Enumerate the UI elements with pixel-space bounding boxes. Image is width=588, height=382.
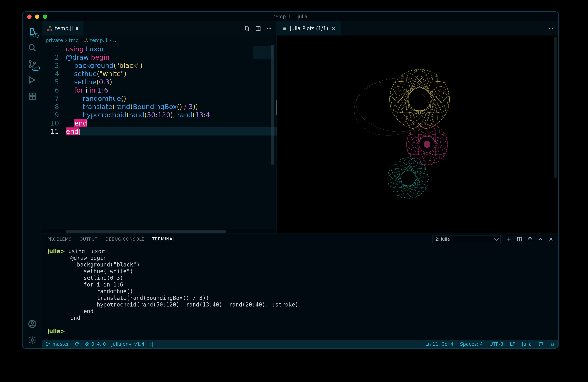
svg-point-48: [424, 141, 430, 148]
account-icon[interactable]: [22, 316, 42, 332]
svg-point-62: [46, 345, 47, 346]
tab-label: temp.jl: [55, 25, 73, 31]
source-control-icon[interactable]: 24: [22, 56, 42, 72]
more-actions-icon[interactable]: [266, 26, 272, 31]
compare-changes-icon[interactable]: [244, 25, 250, 31]
run-debug-icon[interactable]: [22, 72, 42, 88]
code-editor-pane: private › tmp › temp.jl › ... 1234567891…: [42, 36, 277, 234]
breadcrumb-seg[interactable]: temp.jl: [90, 37, 107, 43]
close-panel-icon[interactable]: [549, 237, 553, 242]
feedback-icon[interactable]: [538, 342, 544, 347]
settings-gear-icon[interactable]: [22, 332, 42, 348]
close-window-button[interactable]: [27, 15, 32, 19]
breadcrumbs[interactable]: private › tmp › temp.jl › ...: [42, 36, 276, 45]
tabs-empty-area-right[interactable]: [341, 21, 544, 36]
svg-point-11: [31, 339, 34, 341]
breadcrumb-seg[interactable]: tmp: [69, 37, 79, 43]
plots-tab[interactable]: Julia Plots (1/1): [277, 21, 341, 36]
selection-status[interactable]: :|: [150, 341, 153, 347]
scm-badge: 24: [32, 66, 40, 71]
panel-tab-terminal[interactable]: TERMINAL: [152, 234, 175, 244]
git-branch-status[interactable]: master: [46, 341, 69, 347]
status-bar: master 0 0 Julia env: v1.4 :| Ln 11, Col…: [42, 340, 558, 348]
panel-tab-problems[interactable]: PROBLEMS: [47, 234, 72, 244]
eol-status[interactable]: LF: [510, 341, 515, 347]
maximize-window-button[interactable]: [43, 15, 47, 19]
split-terminal-icon[interactable]: [517, 237, 522, 242]
julia-file-icon: [47, 26, 52, 31]
activity-bar: 1 24: [22, 21, 42, 348]
svg-point-0: [29, 45, 34, 50]
svg-point-13: [248, 29, 249, 30]
editor-tab-temp-jl[interactable]: temp.jl: [42, 21, 84, 36]
sync-status[interactable]: [74, 342, 80, 347]
svg-rect-5: [29, 93, 32, 96]
julia-env-status[interactable]: Julia env: v1.4: [111, 341, 145, 347]
terminal-selector[interactable]: 2: julia: [432, 235, 501, 243]
line-number-gutter: 1234567891011: [42, 45, 66, 229]
breadcrumb-sep: ›: [109, 37, 111, 43]
search-icon[interactable]: [22, 40, 42, 56]
branch-name: master: [52, 341, 69, 347]
minimap[interactable]: [253, 45, 274, 229]
minimize-window-button[interactable]: [35, 15, 39, 19]
new-terminal-icon[interactable]: [506, 237, 511, 242]
plots-tab-label: Julia Plots (1/1): [290, 25, 328, 31]
window-title: temp.jl — julia: [22, 14, 558, 20]
warning-count: 0: [103, 341, 106, 347]
svg-rect-7: [33, 96, 35, 99]
explorer-icon[interactable]: 1: [22, 24, 42, 40]
split-editor-icon[interactable]: [255, 26, 261, 31]
vscode-window: temp.jl — julia 1 24: [22, 11, 559, 349]
notifications-icon[interactable]: [550, 342, 555, 346]
title-bar[interactable]: temp.jl — julia: [22, 12, 558, 21]
svg-point-20: [552, 28, 553, 29]
panel-tab-debug-console[interactable]: DEBUG CONSOLE: [105, 234, 145, 244]
extensions-icon[interactable]: [22, 88, 42, 104]
explorer-badge: 1: [33, 33, 39, 38]
maximize-panel-icon[interactable]: [538, 237, 543, 242]
problems-status[interactable]: 0 0: [85, 341, 106, 347]
code-content[interactable]: using Luxor@draw begin background("black…: [66, 45, 276, 229]
panel-tab-output[interactable]: OUTPUT: [79, 234, 98, 244]
svg-point-10: [31, 322, 34, 324]
plot-image: [277, 36, 558, 220]
panel-tabs: PROBLEMS OUTPUT DEBUG CONSOLE TERMINAL 2…: [42, 234, 558, 245]
svg-point-63: [49, 343, 50, 344]
svg-point-12: [245, 26, 246, 27]
svg-point-1: [29, 61, 31, 62]
code-editor[interactable]: 1234567891011 using Luxor@draw begin bac…: [42, 45, 276, 229]
bottom-panel: PROBLEMS OUTPUT DEBUG CONSOLE TERMINAL 2…: [42, 234, 558, 340]
breadcrumb-seg[interactable]: private: [46, 37, 63, 43]
list-icon: [282, 26, 287, 31]
kill-terminal-icon[interactable]: [527, 237, 532, 242]
indentation-status[interactable]: Spaces: 4: [460, 341, 483, 347]
svg-point-18: [549, 28, 550, 29]
cursor-position-status[interactable]: Ln 11, Col 4: [425, 341, 453, 347]
error-count: 0: [91, 341, 94, 347]
svg-point-17: [270, 28, 271, 29]
language-mode-status[interactable]: Julia: [522, 341, 532, 347]
more-actions-right-icon[interactable]: [548, 26, 554, 31]
tabs-row: temp.jl Julia Plots (1/1: [42, 21, 558, 36]
plot-scrollbar[interactable]: [554, 37, 557, 178]
svg-point-19: [550, 28, 551, 29]
svg-rect-8: [33, 93, 35, 96]
tab-dirty-dot-icon[interactable]: [76, 27, 78, 30]
breadcrumb-seg[interactable]: ...: [113, 37, 118, 43]
julia-file-icon: [84, 38, 88, 42]
svg-point-2: [29, 66, 31, 67]
scrollbar-thumb[interactable]: [66, 230, 226, 233]
svg-rect-6: [29, 96, 32, 99]
minimap-slider[interactable]: [271, 45, 274, 164]
plot-pane: [277, 36, 558, 234]
tabs-empty-area[interactable]: [84, 21, 239, 36]
terminal[interactable]: julia> using Luxor @draw begin backgroun…: [42, 245, 558, 340]
editor-horizontal-scrollbar[interactable]: [42, 229, 276, 234]
traffic-lights: [22, 15, 47, 19]
encoding-status[interactable]: UTF-8: [490, 341, 503, 347]
close-tab-icon[interactable]: [332, 26, 336, 31]
svg-point-3: [34, 62, 35, 64]
svg-point-61: [46, 342, 47, 343]
breadcrumb-sep: ›: [65, 37, 67, 43]
